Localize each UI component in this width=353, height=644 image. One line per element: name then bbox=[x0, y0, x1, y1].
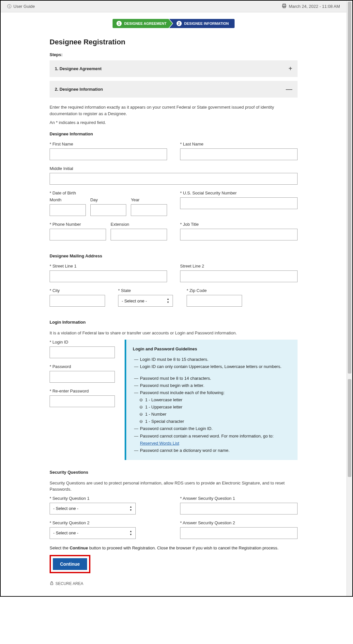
reenter-password-label: * Re-enter Password bbox=[50, 389, 115, 393]
secure-area: SECURE AREA bbox=[50, 581, 298, 586]
text: Street Line 1 bbox=[53, 264, 77, 268]
text: indicates a required field. bbox=[58, 120, 106, 125]
text: Last Name bbox=[183, 142, 204, 146]
ssn-input[interactable] bbox=[180, 197, 298, 209]
svg-rect-3 bbox=[51, 583, 53, 585]
state-select[interactable]: - Select one - bbox=[118, 295, 173, 307]
month-label: Month bbox=[50, 197, 86, 202]
reserved-words-link[interactable]: Reserved Words List bbox=[140, 441, 179, 446]
sq2-select[interactable]: - Select one - bbox=[50, 527, 136, 539]
intro-text: Enter the required information exactly a… bbox=[50, 104, 298, 117]
phone-input[interactable] bbox=[50, 229, 106, 240]
select-value: - Select one - bbox=[53, 530, 78, 535]
day-label: Day bbox=[90, 197, 127, 202]
accordion-designee-agreement[interactable]: 1. Designee Agreement + bbox=[50, 60, 298, 77]
step-label: DESIGNEE INFORMATION bbox=[184, 22, 229, 25]
progress-stepper: 1 DESIGNEE AGREEMENT 2 DESIGNEE INFORMAT… bbox=[1, 19, 346, 28]
city-input[interactable] bbox=[50, 295, 105, 307]
guideline-item: Password cannot contain the Login ID. bbox=[134, 425, 291, 432]
section-designee-information: Designee Information bbox=[50, 131, 298, 136]
dob-label: * Date of Birth bbox=[50, 191, 167, 195]
state-label: * State bbox=[118, 288, 174, 293]
login-id-label: * Login ID bbox=[50, 340, 115, 345]
text: Select the bbox=[50, 545, 69, 550]
text: Date of Birth bbox=[53, 191, 76, 195]
timestamp: March 24, 2022 - 11:08 AM bbox=[289, 4, 340, 9]
year-label: Year bbox=[131, 197, 167, 202]
select-value: - Select one - bbox=[122, 299, 147, 303]
guideline-subitem: 1 - Lowercase letter bbox=[134, 396, 291, 404]
phone-label: * Phone Number bbox=[50, 222, 106, 227]
guideline-item: Login ID can only contain Uppercase lett… bbox=[134, 363, 291, 370]
guidelines-title: Login and Password Guidelines bbox=[133, 345, 291, 353]
guideline-subitem: 1 - Number bbox=[134, 411, 291, 418]
aq1-input[interactable] bbox=[180, 503, 298, 514]
text: button to proceed with Registration. Clo… bbox=[88, 545, 279, 550]
print-icon[interactable] bbox=[282, 3, 287, 9]
guideline-subitem: 1 - Special character bbox=[134, 418, 291, 425]
section-mailing-address: Designee Mailing Address bbox=[50, 253, 298, 258]
text: Job Title bbox=[183, 222, 199, 227]
text: Zip Code bbox=[190, 288, 207, 293]
middle-initial-label: Middle Initial bbox=[50, 166, 298, 171]
plus-icon: + bbox=[288, 65, 292, 72]
street1-input[interactable] bbox=[50, 270, 167, 282]
dob-year-input[interactable] bbox=[131, 204, 167, 216]
scrollbar-thumb[interactable] bbox=[348, 2, 351, 374]
step-number: 1 bbox=[116, 21, 122, 26]
password-label: * Password bbox=[50, 364, 115, 369]
dob-day-input[interactable] bbox=[90, 204, 127, 216]
text: Password cannot contain a reserved word.… bbox=[140, 434, 274, 438]
scrollbar-thumb[interactable] bbox=[348, 379, 351, 477]
sq2-label: * Security Question 2 bbox=[50, 520, 167, 525]
accordion-designee-information[interactable]: 2. Designee Information — bbox=[50, 81, 298, 98]
guideline-item: Password must begin with a letter. bbox=[134, 382, 291, 389]
login-guidelines-panel: Login and Password Guidelines Login ID m… bbox=[125, 340, 298, 460]
guideline-item: Password must be 8 to 14 characters. bbox=[134, 375, 291, 382]
dob-month-input[interactable] bbox=[50, 204, 86, 216]
highlight-box: Continue bbox=[50, 555, 90, 573]
chevron-updown-icon bbox=[167, 298, 169, 304]
extension-input[interactable] bbox=[111, 229, 167, 240]
login-id-input[interactable] bbox=[50, 346, 115, 358]
last-name-input[interactable] bbox=[180, 148, 298, 160]
steps-label: Steps: bbox=[50, 52, 298, 57]
continue-button[interactable]: Continue bbox=[53, 558, 87, 570]
sq1-select[interactable]: - Select one - bbox=[50, 503, 136, 514]
first-name-label: * First Name bbox=[50, 142, 167, 146]
text: Phone Number bbox=[53, 222, 81, 227]
text: An bbox=[50, 120, 56, 125]
chevron-updown-icon bbox=[130, 505, 132, 512]
top-bar: ⓘ User Guide March 24, 2022 - 11:08 AM bbox=[1, 1, 346, 12]
middle-initial-input[interactable] bbox=[50, 173, 298, 185]
password-input[interactable] bbox=[50, 371, 115, 383]
info-icon: ⓘ bbox=[7, 4, 11, 9]
required-field-note: An * indicates a required field. bbox=[50, 120, 298, 125]
continue-note: Select the Continue button to proceed wi… bbox=[50, 545, 298, 550]
text: Answer Security Question 2 bbox=[183, 520, 235, 525]
first-name-input[interactable] bbox=[50, 148, 167, 160]
text: Answer Security Question 1 bbox=[183, 496, 235, 501]
text: Password bbox=[53, 364, 71, 369]
user-guide-link[interactable]: User Guide bbox=[13, 4, 35, 9]
last-name-label: * Last Name bbox=[180, 142, 298, 146]
aq2-label: * Answer Security Question 2 bbox=[180, 520, 298, 525]
street1-label: * Street Line 1 bbox=[50, 264, 167, 268]
guideline-subitem: 1 - Uppercase letter bbox=[134, 404, 291, 411]
chevron-updown-icon bbox=[130, 530, 132, 536]
accordion-title: 2. Designee Information bbox=[55, 87, 103, 92]
text: Login ID bbox=[53, 340, 68, 345]
scrollbar[interactable] bbox=[346, 1, 352, 596]
step-number: 2 bbox=[176, 21, 182, 26]
guideline-item: Login ID must be 8 to 15 characters. bbox=[134, 356, 291, 363]
street2-label: Street Line 2 bbox=[180, 264, 298, 268]
section-login-information: Login Information bbox=[50, 320, 298, 325]
reenter-password-input[interactable] bbox=[50, 395, 115, 407]
street2-input[interactable] bbox=[180, 270, 298, 282]
aq2-input[interactable] bbox=[180, 527, 298, 539]
zip-input[interactable] bbox=[187, 295, 242, 307]
zip-label: * Zip Code bbox=[187, 288, 242, 293]
login-law-note: It is a violation of Federal law to shar… bbox=[50, 330, 298, 336]
text: Continue bbox=[69, 545, 88, 550]
job-title-input[interactable] bbox=[180, 229, 298, 240]
